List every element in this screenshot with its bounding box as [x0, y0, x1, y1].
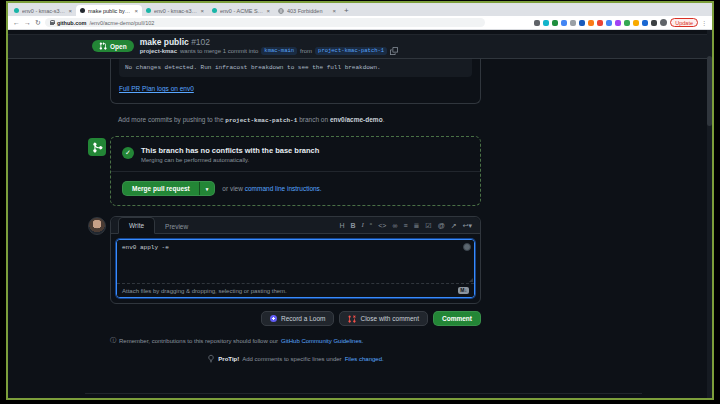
back-icon[interactable]: ← — [13, 19, 20, 26]
tab-write[interactable]: Write — [118, 217, 155, 234]
tab-close-icon[interactable]: × — [200, 8, 204, 14]
info-icon: ⓘ — [110, 336, 116, 345]
merge-section: ✓ This branch has no conflicts with the … — [110, 136, 481, 206]
pr-author[interactable]: project-kmac — [140, 48, 177, 55]
comment-form-body: env0 apply -e Attach files by dragging &… — [111, 234, 480, 303]
chrome-update-button[interactable]: Update — [670, 18, 698, 27]
url-path: /env0/acme-demo/pull/102 — [90, 20, 155, 26]
loom-icon — [270, 315, 277, 322]
extension-icon[interactable] — [561, 20, 567, 26]
full-pr-plan-link[interactable]: Full PR Plan logs on env0 — [119, 85, 194, 92]
push-hint: Add more commits by pushing to the proje… — [118, 116, 481, 124]
extension-icon[interactable] — [642, 20, 648, 26]
reload-icon[interactable]: ↻ — [35, 19, 41, 26]
attach-files-bar[interactable]: Attach files by dragging & dropping, sel… — [117, 283, 474, 297]
github-pr-page: Open make public #102 project-kmac wants… — [8, 30, 712, 398]
browser-menu-icon[interactable]: ⋮ — [701, 19, 707, 26]
comment-button[interactable]: Comment — [433, 311, 481, 326]
head-branch-label[interactable]: project-kmac-patch-1 — [315, 47, 387, 55]
pr-merge-sentence: project-kmac wants to merge 1 commit int… — [140, 47, 398, 55]
bold-icon[interactable]: B — [350, 222, 355, 229]
push-hint-repo: env0/acme-demo — [330, 116, 383, 123]
close-with-comment-button[interactable]: Close with comment — [339, 311, 428, 326]
tab-close-icon[interactable]: × — [68, 8, 72, 14]
forward-icon[interactable]: → — [24, 19, 31, 26]
extension-icon[interactable] — [534, 20, 540, 26]
extension-icon[interactable] — [588, 20, 594, 26]
browser-tab-env0-bucket-2[interactable]: env0 - kmac-s3-bucket × — [142, 5, 208, 16]
browser-tab-make-public-active[interactable]: make public by project-... × — [76, 5, 142, 16]
comment-editor: env0 apply -e Attach files by dragging &… — [116, 239, 475, 298]
plan-code-block: No changes detected. Run infracost break… — [119, 59, 472, 77]
browser-tab-acme-bucket[interactable]: env0 - ACME S3 Bucket × — [208, 5, 274, 16]
browser-profile-avatar[interactable] — [660, 19, 667, 26]
extension-icon[interactable] — [579, 20, 585, 26]
record-loom-button[interactable]: Record a Loom — [261, 311, 334, 326]
quote-icon[interactable]: “ — [370, 222, 372, 229]
browser-tab-403-forbidden[interactable]: 403 Forbidden × — [274, 5, 340, 16]
saved-replies-icon[interactable]: ↩▾ — [463, 222, 472, 229]
command-line-instructions-link[interactable]: command line instructions. — [245, 185, 322, 192]
grammarly-icon[interactable] — [463, 243, 471, 251]
base-branch-label[interactable]: kmac-main — [261, 47, 297, 55]
link-icon[interactable]: ∞ — [392, 222, 397, 229]
scrollbar-track[interactable] — [707, 30, 712, 398]
browser-toolbar: ← → ↻ github.com/env0/acme-demo/pull/102… — [8, 16, 712, 30]
pr-sticky-header: Open make public #102 project-kmac wants… — [8, 34, 712, 59]
lock-icon — [50, 22, 54, 25]
comment-textarea[interactable]: env0 apply -e — [117, 240, 474, 283]
heading-icon[interactable]: H — [339, 222, 344, 229]
ordered-list-icon[interactable]: ≣ — [413, 222, 419, 229]
pr-title-text: make public — [140, 37, 189, 47]
merge-status-head: ✓ This branch has no conflicts with the … — [111, 137, 480, 171]
merge-pull-request-button[interactable]: Merge pull request ▾ — [122, 181, 215, 196]
protip-note: ProTip! Add comments to specific lines u… — [110, 354, 481, 363]
mention-icon[interactable]: @ — [438, 222, 445, 229]
cross-reference-icon[interactable]: ↗ — [451, 222, 457, 229]
pr-title-block: make public #102 project-kmac wants to m… — [140, 37, 398, 55]
resize-handle-icon[interactable] — [469, 278, 473, 282]
push-hint-mid: branch on — [299, 116, 328, 123]
or-view-text: or view — [222, 185, 243, 192]
extension-icon[interactable] — [552, 20, 558, 26]
extension-icon[interactable] — [633, 20, 639, 26]
pr-number: #102 — [191, 37, 210, 47]
merge-options-caret-icon[interactable]: ▾ — [199, 182, 215, 195]
git-merge-icon — [88, 138, 106, 156]
italic-icon[interactable]: I — [362, 222, 364, 229]
new-tab-button[interactable]: + — [344, 6, 349, 15]
code-icon[interactable]: <> — [378, 222, 386, 229]
tab-close-icon[interactable]: × — [332, 8, 336, 14]
extension-icon[interactable] — [651, 20, 657, 26]
extension-icon[interactable] — [606, 20, 612, 26]
comment-form-box: Write Preview H B I “ <> ∞ ≡ ≣ ☑ @ — [110, 216, 481, 304]
tab-close-icon[interactable]: × — [134, 8, 138, 14]
unordered-list-icon[interactable]: ≡ — [403, 222, 407, 229]
community-guidelines-link[interactable]: GitHub Community Guidelines. — [281, 338, 363, 344]
from-word: from — [300, 48, 312, 55]
scrollbar-thumb[interactable] — [707, 56, 712, 126]
copy-icon[interactable] — [390, 47, 398, 55]
browser-tab-env0-bucket-1[interactable]: env0 - kmac-s3-bucket × — [10, 5, 76, 16]
browser-window: env0 - kmac-s3-bucket × make public by p… — [6, 1, 714, 400]
files-changed-link[interactable]: Files changed. — [345, 356, 384, 362]
comment-text: env0 apply -e — [122, 244, 169, 251]
extension-icon[interactable] — [570, 20, 576, 26]
close-button-label: Close with comment — [360, 315, 419, 322]
address-bar[interactable]: github.com/env0/acme-demo/pull/102 — [45, 18, 485, 27]
user-avatar[interactable] — [88, 217, 106, 235]
extension-icon[interactable] — [624, 20, 630, 26]
push-hint-pre: Add more commits by pushing to the — [118, 116, 224, 123]
env0-favicon-icon — [146, 8, 151, 13]
env0-favicon-icon — [14, 8, 19, 13]
extension-icon[interactable] — [615, 20, 621, 26]
task-list-icon[interactable]: ☑ — [425, 222, 431, 229]
tab-close-icon[interactable]: × — [266, 8, 270, 14]
tab-preview[interactable]: Preview — [155, 219, 198, 234]
merge-status-title: This branch has no conflicts with the ba… — [141, 146, 319, 155]
push-hint-branch: project-kmac-patch-1 — [225, 117, 297, 124]
markdown-icon: M↓ — [458, 287, 469, 294]
extension-icon[interactable] — [597, 20, 603, 26]
extension-icon[interactable] — [543, 20, 549, 26]
loom-button-label: Record a Loom — [281, 315, 325, 322]
